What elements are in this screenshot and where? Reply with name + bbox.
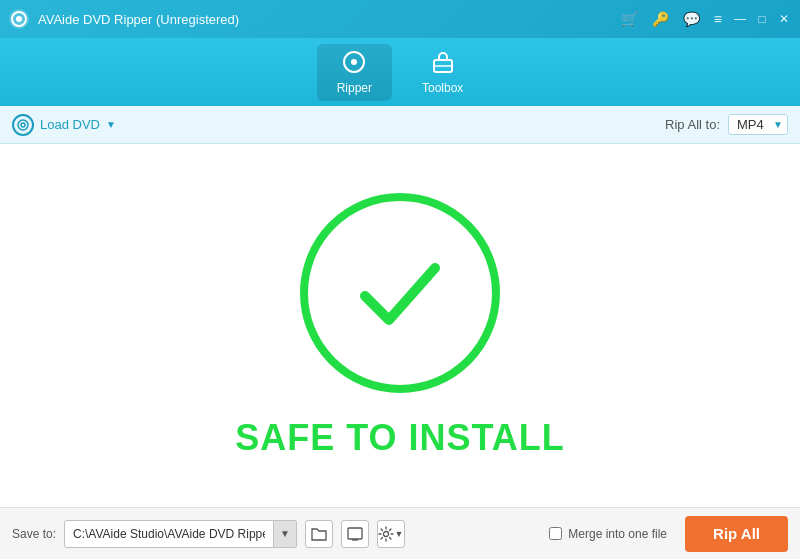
rip-all-button[interactable]: Rip All	[685, 516, 788, 552]
menu-icon[interactable]: ≡	[710, 9, 726, 29]
rip-all-to-section: Rip All to: MP4 AVI MKV MOV ▼	[665, 114, 788, 135]
app-title: AVAide DVD Ripper (Unregistered)	[38, 12, 617, 27]
app-logo	[8, 8, 30, 30]
ripper-icon	[342, 50, 366, 77]
chat-icon[interactable]: 💬	[679, 9, 704, 29]
nav-bar: Ripper Toolbox	[0, 38, 800, 106]
main-content: SAFE TO INSTALL	[0, 144, 800, 507]
cart-icon[interactable]: 🛒	[617, 9, 642, 29]
maximize-button[interactable]: □	[754, 11, 770, 27]
merge-label[interactable]: Merge into one file	[568, 527, 667, 541]
bottom-toolbar: Save to: ▼ ▼ Merge into one file Rip All	[0, 507, 800, 559]
save-path-dropdown-button[interactable]: ▼	[274, 520, 297, 548]
svg-point-7	[18, 120, 28, 130]
svg-point-12	[384, 531, 389, 536]
toolbox-label: Toolbox	[422, 81, 463, 95]
save-to-label: Save to:	[12, 527, 56, 541]
svg-point-8	[21, 123, 25, 127]
toolbox-icon	[431, 50, 455, 77]
check-circle	[300, 193, 500, 393]
svg-point-2	[16, 16, 22, 22]
merge-checkbox-wrapper: Merge into one file	[549, 527, 667, 541]
safe-to-install-text: SAFE TO INSTALL	[235, 417, 565, 459]
checkmark-svg	[345, 238, 455, 348]
load-dvd-label: Load DVD	[40, 117, 100, 132]
format-select-wrapper: MP4 AVI MKV MOV ▼	[728, 114, 788, 135]
preview-icon-button[interactable]	[341, 520, 369, 548]
settings-dropdown-arrow: ▼	[394, 529, 403, 539]
merge-checkbox[interactable]	[549, 527, 562, 540]
title-bar: AVAide DVD Ripper (Unregistered) 🛒 🔑 💬 ≡…	[0, 0, 800, 38]
svg-point-4	[351, 59, 357, 65]
nav-item-ripper[interactable]: Ripper	[317, 44, 392, 101]
svg-rect-9	[348, 528, 362, 539]
load-dvd-dropdown-icon: ▼	[106, 119, 116, 130]
sub-toolbar: Load DVD ▼ Rip All to: MP4 AVI MKV MOV ▼	[0, 106, 800, 144]
format-select[interactable]: MP4 AVI MKV MOV	[728, 114, 788, 135]
load-dvd-button[interactable]: Load DVD ▼	[12, 114, 116, 136]
save-path-wrapper: ▼	[64, 520, 297, 548]
rip-all-to-label: Rip All to:	[665, 117, 720, 132]
ripper-label: Ripper	[337, 81, 372, 95]
save-path-input[interactable]	[64, 520, 274, 548]
folder-icon-button[interactable]	[305, 520, 333, 548]
settings-icon-button[interactable]: ▼	[377, 520, 405, 548]
window-controls: 🛒 🔑 💬 ≡ — □ ✕	[617, 9, 792, 29]
load-dvd-icon	[12, 114, 34, 136]
nav-item-toolbox[interactable]: Toolbox	[402, 44, 483, 101]
minimize-button[interactable]: —	[732, 11, 748, 27]
close-button[interactable]: ✕	[776, 11, 792, 27]
key-icon[interactable]: 🔑	[648, 9, 673, 29]
